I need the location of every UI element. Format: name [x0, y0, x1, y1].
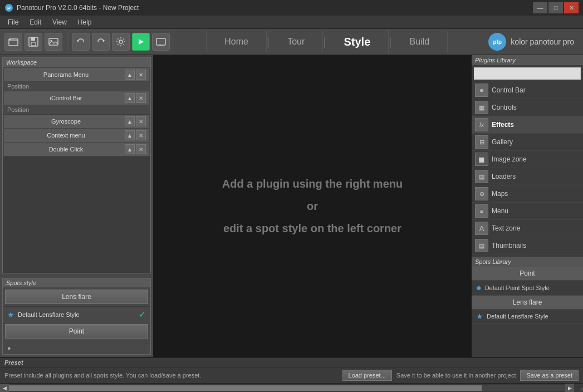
window-title: Panotour Pro V2.0.0 64bits - New Project [17, 4, 533, 12]
library-item-controls[interactable]: ▦ Controls [472, 99, 583, 116]
thumbnails-icon: ▤ [475, 239, 488, 252]
svg-marker-9 [139, 39, 144, 45]
gyroscope-label: Gyroscope [7, 118, 125, 125]
library-item-menu[interactable]: ≡ Menu [472, 203, 583, 220]
plugins-library-list: ≡ Control Bar ▦ Controls fx Effects ⊞ Ga… [472, 82, 583, 254]
panorama-menu-row: Panorama Menu ▲ ✕ [4, 68, 149, 82]
double-click-up-btn[interactable]: ▲ [125, 144, 135, 154]
svg-rect-5 [31, 42, 36, 46]
spot-icon: ● [7, 345, 11, 351]
screen-button[interactable] [152, 33, 170, 51]
load-preset-btn[interactable]: Load preset... [342, 370, 392, 381]
redo-button[interactable] [92, 33, 110, 51]
left-panel: Workspace Panorama Menu ▲ ✕ Position iCo… [0, 55, 153, 357]
double-click-row: Double Click ▲ ✕ [4, 143, 149, 156]
context-menu-up-btn[interactable]: ▲ [125, 130, 135, 140]
point-btn[interactable]: Point [5, 324, 148, 339]
library-item-loaders[interactable]: ▤ Loaders [472, 168, 583, 185]
spot-default-point[interactable]: ● Default Point Spot Style [472, 281, 583, 296]
tab-tour[interactable]: Tour [270, 31, 323, 52]
spot-default-lensflare[interactable]: ★ Default Lensflare Style [472, 310, 583, 324]
context-menu-label: Context menu [7, 132, 125, 139]
image-zone-icon: ◼ [475, 153, 488, 166]
position-label-1: Position [3, 82, 150, 91]
search-bar[interactable] [474, 67, 581, 80]
settings-button[interactable] [112, 33, 130, 51]
spot-lens-flare-btn[interactable]: Lens flare [472, 296, 583, 310]
menu-icon: ≡ [475, 204, 488, 218]
default-lensflare-label: Default Lensflare Style [18, 311, 135, 318]
spot-lens-flare-label: Lens flare [475, 298, 580, 306]
scroll-left-btn[interactable]: ◀ [0, 384, 9, 393]
spot-point-btn[interactable]: Point [472, 267, 583, 281]
icontrol-bar-label: iControl Bar [7, 95, 125, 101]
close-button[interactable]: ✕ [564, 2, 579, 13]
panorama-menu-up-btn[interactable]: ▲ [125, 70, 135, 80]
lensflare-spot-icon: ★ [476, 312, 483, 321]
star-icon-left: ★ [7, 310, 14, 319]
library-item-effects[interactable]: fx Effects [472, 116, 583, 134]
logo-text: kolor panotour pro [511, 37, 574, 46]
horizontal-scrollbar: ◀ ▶ ◢ [0, 383, 583, 392]
save-button[interactable] [25, 33, 42, 51]
icontrol-close-btn[interactable]: ✕ [136, 93, 146, 103]
canvas-message: Add a plugin using the right menu or edi… [222, 173, 403, 239]
nav-tabs: Home | Tour | Style | Build [174, 29, 479, 55]
maps-icon: ⊕ [475, 187, 488, 200]
library-item-image-zone[interactable]: ◼ Image zone [472, 151, 583, 168]
context-menu-row: Context menu ▲ ✕ [4, 129, 149, 143]
tab-home[interactable]: Home [206, 31, 267, 52]
open-button[interactable] [4, 33, 22, 51]
library-item-control-bar[interactable]: ≡ Control Bar [472, 82, 583, 99]
preset-section: Preset Preset include all plugins and al… [0, 357, 583, 383]
scroll-thumb[interactable] [9, 385, 482, 391]
maximize-button[interactable]: □ [548, 2, 563, 13]
library-item-text-zone[interactable]: A Text zone [472, 220, 583, 237]
gallery-icon: ⊞ [475, 135, 488, 149]
menu-file[interactable]: File [2, 17, 24, 27]
resize-handle[interactable]: ◢ [574, 385, 583, 391]
tab-build[interactable]: Build [392, 31, 448, 52]
context-menu-controls: ▲ ✕ [125, 130, 146, 140]
main-content: Workspace Panorama Menu ▲ ✕ Position iCo… [0, 55, 583, 357]
control-bar-label: Control Bar [492, 86, 526, 94]
svg-text:P: P [7, 6, 11, 11]
tab-style[interactable]: Style [326, 30, 389, 54]
scroll-right-btn[interactable]: ▶ [565, 384, 574, 393]
image-button[interactable] [45, 33, 62, 51]
window-controls: — □ ✕ [533, 2, 579, 13]
library-item-thumbnails[interactable]: ▤ Thumbnails [472, 237, 583, 254]
logo-icon: ptp [488, 33, 506, 51]
save-as-preset-btn[interactable]: Save as a preset [520, 370, 579, 381]
double-click-close-btn[interactable]: ✕ [136, 144, 146, 154]
menu-view[interactable]: View [47, 17, 72, 27]
titlebar: P Panotour Pro V2.0.0 64bits - New Proje… [0, 0, 583, 16]
svg-rect-6 [49, 38, 58, 45]
svg-rect-4 [31, 37, 35, 41]
default-spot-row: ● [3, 341, 150, 354]
svg-rect-2 [9, 39, 18, 46]
menu-help[interactable]: Help [72, 17, 97, 27]
lens-flare-btn[interactable]: Lens flare [5, 290, 148, 304]
undo-button[interactable] [72, 33, 90, 51]
default-lensflare-row: ★ Default Lensflare Style ✓ [3, 306, 150, 322]
menu-edit[interactable]: Edit [24, 17, 47, 27]
spots-library-list: Point ● Default Point Spot Style Lens fl… [472, 267, 583, 324]
toolbar [0, 29, 174, 55]
library-item-gallery[interactable]: ⊞ Gallery [472, 134, 583, 151]
thumbnails-label: Thumbnails [492, 242, 526, 249]
icontrol-up-btn[interactable]: ▲ [125, 93, 135, 103]
center-canvas: Add a plugin using the right menu or edi… [153, 55, 472, 357]
minimize-button[interactable]: — [533, 2, 547, 13]
panorama-menu-close-btn[interactable]: ✕ [136, 70, 146, 80]
scroll-track[interactable] [9, 385, 565, 391]
context-menu-close-btn[interactable]: ✕ [136, 130, 146, 140]
workspace-header: Workspace [3, 58, 150, 67]
gyroscope-up-btn[interactable]: ▲ [125, 116, 135, 126]
canvas-line2: or [222, 195, 403, 217]
play-button[interactable] [132, 33, 150, 51]
image-zone-label: Image zone [492, 155, 527, 163]
library-item-maps[interactable]: ⊕ Maps [472, 185, 583, 203]
loaders-label: Loaders [492, 173, 516, 180]
gyroscope-close-btn[interactable]: ✕ [136, 116, 146, 126]
